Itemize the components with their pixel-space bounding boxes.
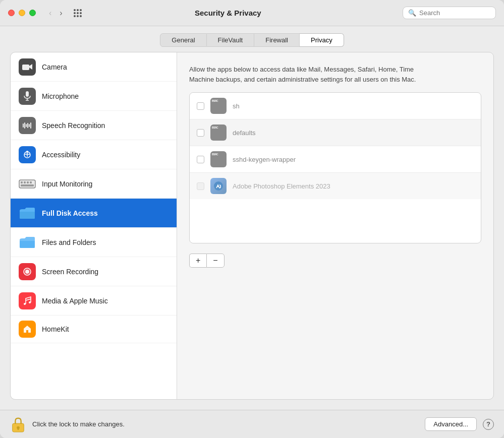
sidebar-item-music[interactable]: Media & Apple Music — [11, 286, 177, 316]
right-panel: Allow the apps below to access data like… — [177, 52, 493, 399]
add-remove-bar: + − — [189, 254, 481, 268]
accessibility-icon — [19, 146, 36, 163]
remove-app-button[interactable]: − — [206, 254, 224, 268]
svg-rect-17 — [24, 181, 26, 183]
app-name-sh: sh — [233, 102, 240, 110]
add-app-button[interactable]: + — [189, 254, 206, 268]
input-icon — [19, 175, 36, 193]
traffic-lights — [8, 10, 36, 16]
app-icon-defaults: BSRC — [210, 124, 227, 141]
files-icon — [19, 234, 36, 251]
lock-button[interactable] — [10, 415, 26, 433]
sidebar-item-label-homekit: HomeKit — [42, 325, 69, 333]
sidebar-item-fulldisk[interactable]: Full Disk Access — [11, 199, 177, 228]
sidebar-item-homekit[interactable]: HomeKit — [11, 316, 177, 343]
sidebar: Camera Microphone — [11, 52, 177, 399]
sidebar-item-label-microphone: Microphone — [42, 92, 79, 100]
svg-rect-15 — [19, 180, 35, 188]
close-button[interactable] — [8, 10, 15, 16]
app-icon-sh: BSRC — [210, 98, 227, 114]
sidebar-item-speech[interactable]: Speech Recognition — [11, 111, 177, 140]
search-input[interactable] — [419, 9, 490, 17]
content-panel: Camera Microphone — [10, 52, 494, 400]
sidebar-item-label-accessibility: Accessibility — [42, 151, 80, 159]
tabs-row: General FileVault Firewall Privacy — [0, 26, 504, 52]
tab-firewall[interactable]: Firewall — [254, 33, 300, 47]
window-title: Security & Privacy — [60, 9, 397, 17]
main-window: ‹ › Security & Privacy 🔍 General FileVau… — [0, 0, 504, 438]
app-checkbox-sshd[interactable] — [197, 156, 204, 163]
svg-marker-1 — [29, 64, 32, 70]
app-row-sshd: BSRC sshd-keygen-wrapper — [190, 146, 481, 173]
svg-line-24 — [26, 299, 31, 300]
minimize-button[interactable] — [19, 10, 25, 16]
music-icon — [19, 292, 36, 309]
svg-point-23 — [25, 270, 29, 274]
app-icon-sshd: BSRC — [210, 151, 227, 167]
bottom-bar: Click the lock to make changes. Advanced… — [0, 410, 504, 438]
sidebar-item-files[interactable]: Files and Folders — [11, 228, 177, 257]
svg-rect-20 — [21, 184, 34, 186]
app-name-sshd: sshd-keygen-wrapper — [233, 156, 296, 163]
svg-rect-2 — [26, 91, 29, 97]
app-name-defaults: defaults — [233, 129, 256, 137]
svg-rect-25 — [26, 330, 28, 333]
sidebar-item-label-camera: Camera — [42, 63, 67, 71]
app-row-sh: BSRC sh — [190, 93, 481, 119]
tab-general[interactable]: General — [160, 33, 206, 47]
sidebar-item-label-music: Media & Apple Music — [42, 297, 108, 305]
app-name-adobe: Adobe Photoshop Elements 2023 — [233, 182, 330, 190]
titlebar: ‹ › Security & Privacy 🔍 — [0, 0, 504, 26]
adobe-icon-inner — [210, 178, 227, 194]
homekit-icon — [19, 321, 36, 338]
svg-rect-30 — [18, 427, 19, 430]
sidebar-item-microphone[interactable]: Microphone — [11, 82, 177, 111]
sidebar-item-input[interactable]: Input Monitoring — [11, 169, 177, 199]
tab-privacy[interactable]: Privacy — [300, 33, 344, 47]
search-icon: 🔍 — [408, 9, 416, 17]
camera-icon — [19, 58, 36, 76]
svg-rect-8 — [27, 123, 28, 128]
app-row-defaults: BSRC defaults — [190, 119, 481, 146]
sidebar-item-label-fulldisk: Full Disk Access — [42, 209, 98, 217]
tab-filevault[interactable]: FileVault — [207, 33, 255, 47]
sidebar-item-camera[interactable]: Camera — [11, 52, 177, 82]
maximize-button[interactable] — [29, 10, 36, 16]
app-icon-adobe — [210, 178, 227, 194]
svg-rect-7 — [26, 124, 27, 127]
svg-rect-9 — [29, 124, 30, 127]
svg-rect-0 — [22, 65, 29, 70]
sidebar-item-label-input: Input Monitoring — [42, 180, 92, 188]
speech-icon — [19, 117, 36, 134]
svg-rect-10 — [30, 122, 31, 129]
apps-list: BSRC sh BSRC defaults — [189, 92, 481, 243]
back-button[interactable]: ‹ — [46, 8, 54, 19]
svg-rect-5 — [23, 123, 24, 128]
app-checkbox-defaults[interactable] — [197, 129, 204, 137]
main-content: Camera Microphone — [0, 52, 504, 410]
sidebar-item-screen[interactable]: Screen Recording — [11, 257, 177, 286]
app-checkbox-sh[interactable] — [197, 102, 204, 110]
sidebar-item-label-files: Files and Folders — [42, 238, 96, 246]
lock-text: Click the lock to make changes. — [32, 420, 419, 428]
advanced-button[interactable]: Advanced... — [425, 417, 477, 431]
fulldisk-icon — [19, 205, 36, 222]
description-text: Allow the apps below to access data like… — [189, 65, 431, 84]
microphone-icon — [19, 88, 36, 105]
svg-rect-6 — [24, 122, 25, 129]
search-bar[interactable]: 🔍 — [403, 7, 496, 19]
sidebar-item-label-speech: Speech Recognition — [42, 121, 105, 130]
sidebar-item-label-screen: Screen Recording — [42, 268, 98, 276]
help-button[interactable]: ? — [483, 419, 494, 430]
sidebar-item-accessibility[interactable]: Accessibility — [11, 140, 177, 169]
screen-icon — [19, 263, 36, 280]
svg-rect-18 — [27, 181, 29, 183]
svg-rect-16 — [21, 181, 23, 183]
svg-rect-19 — [30, 181, 32, 183]
app-row-adobe: Adobe Photoshop Elements 2023 — [190, 173, 481, 199]
app-checkbox-adobe[interactable] — [197, 182, 204, 190]
